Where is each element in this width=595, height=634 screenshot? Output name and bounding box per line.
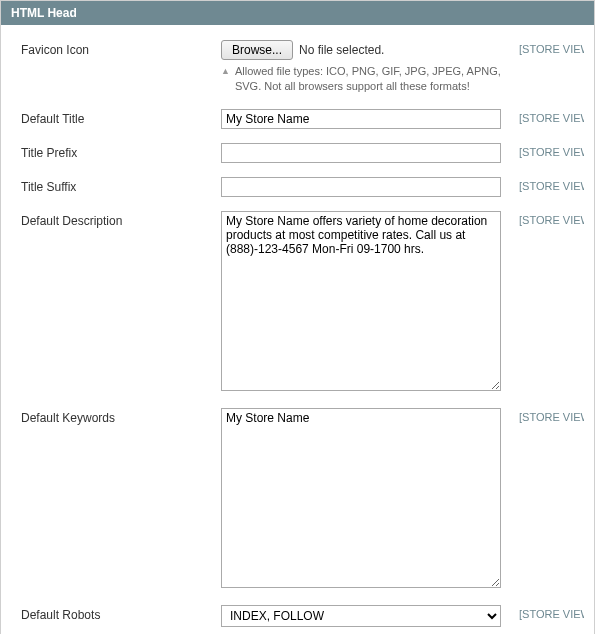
scope-default-description: [STORE VIEW] [509, 211, 584, 226]
default-title-input[interactable] [221, 109, 501, 129]
field-favicon: Browse... No file selected. ▲ Allowed fi… [221, 40, 509, 95]
file-status-text: No file selected. [299, 43, 384, 57]
label-title-prefix: Title Prefix [21, 143, 221, 160]
label-favicon: Favicon Icon [21, 40, 221, 57]
label-title-suffix: Title Suffix [21, 177, 221, 194]
row-title-suffix: Title Suffix [STORE VIEW] [21, 177, 584, 197]
field-default-robots: INDEX, FOLLOW [221, 605, 509, 627]
field-default-title [221, 109, 509, 129]
note-arrow-icon: ▲ [221, 64, 230, 78]
default-description-textarea[interactable] [221, 211, 501, 391]
field-default-keywords [221, 408, 509, 591]
scope-title-suffix: [STORE VIEW] [509, 177, 584, 192]
row-favicon: Favicon Icon Browse... No file selected.… [21, 40, 584, 95]
label-default-description: Default Description [21, 211, 221, 228]
scope-title-prefix: [STORE VIEW] [509, 143, 584, 158]
scope-default-title: [STORE VIEW] [509, 109, 584, 124]
scope-default-keywords: [STORE VIEW] [509, 408, 584, 423]
field-default-description [221, 211, 509, 394]
browse-button[interactable]: Browse... [221, 40, 293, 60]
html-head-panel: HTML Head Favicon Icon Browse... No file… [0, 0, 595, 634]
row-default-robots: Default Robots INDEX, FOLLOW [STORE VIEW… [21, 605, 584, 627]
row-default-keywords: Default Keywords [STORE VIEW] [21, 408, 584, 591]
field-title-suffix [221, 177, 509, 197]
label-default-keywords: Default Keywords [21, 408, 221, 425]
default-robots-select[interactable]: INDEX, FOLLOW [221, 605, 501, 627]
favicon-note-text: Allowed file types: ICO, PNG, GIF, JPG, … [235, 64, 509, 95]
row-default-description: Default Description [STORE VIEW] [21, 211, 584, 394]
panel-title: HTML Head [11, 6, 77, 20]
scope-default-robots: [STORE VIEW] [509, 605, 584, 620]
label-default-robots: Default Robots [21, 605, 221, 622]
file-input-wrap: Browse... No file selected. [221, 40, 509, 60]
title-prefix-input[interactable] [221, 143, 501, 163]
default-keywords-textarea[interactable] [221, 408, 501, 588]
panel-header: HTML Head [1, 1, 594, 25]
title-suffix-input[interactable] [221, 177, 501, 197]
field-title-prefix [221, 143, 509, 163]
panel-body: Favicon Icon Browse... No file selected.… [1, 25, 594, 634]
label-default-title: Default Title [21, 109, 221, 126]
row-title-prefix: Title Prefix [STORE VIEW] [21, 143, 584, 163]
row-default-title: Default Title [STORE VIEW] [21, 109, 584, 129]
scope-favicon: [STORE VIEW] [509, 40, 584, 55]
favicon-note: ▲ Allowed file types: ICO, PNG, GIF, JPG… [221, 64, 509, 95]
